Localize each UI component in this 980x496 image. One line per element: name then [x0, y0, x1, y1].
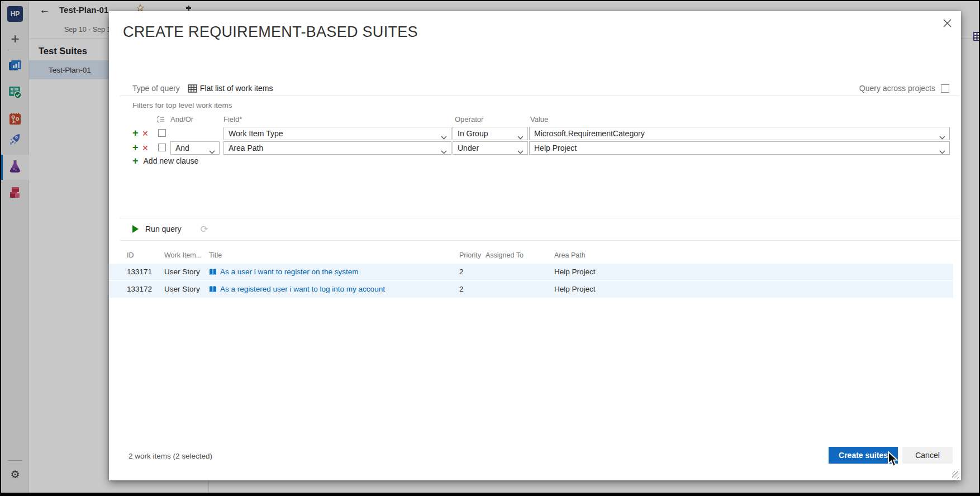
clause-group-icon	[157, 116, 165, 125]
col-operator: Operator	[455, 115, 483, 123]
table-row[interactable]: 133171 User Story As a user i want to re…	[109, 264, 953, 280]
close-icon[interactable]	[940, 16, 954, 30]
mouse-cursor	[886, 451, 901, 470]
insert-clause-icon[interactable]: +	[132, 127, 139, 139]
chevron-down-icon	[939, 132, 945, 141]
operator-value: Under	[458, 144, 479, 152]
col-value: Value	[530, 115, 548, 123]
cell-area-path: Help Project	[554, 285, 596, 293]
col-priority[interactable]: Priority	[459, 251, 481, 259]
run-query-row: Run query ⟳	[132, 222, 208, 236]
value-dropdown[interactable]: Microsoft.RequirementCategory	[529, 127, 950, 140]
value-value: Microsoft.RequirementCategory	[534, 129, 645, 138]
col-area-path[interactable]: Area Path	[554, 251, 586, 259]
query-across-label: Query across projects	[859, 84, 935, 93]
cell-id: 133172	[127, 285, 152, 293]
cell-type: User Story	[164, 285, 200, 293]
chevron-down-icon	[209, 147, 215, 156]
add-clause-label: Add new clause	[144, 156, 199, 165]
insert-clause-icon[interactable]: +	[132, 142, 139, 153]
query-across-projects: Query across projects	[859, 83, 949, 94]
query-across-checkbox[interactable]	[941, 84, 949, 93]
filters-label: Filters for top level work items	[132, 101, 232, 109]
field-value: Work Item Type	[229, 129, 283, 138]
chevron-down-icon	[517, 147, 524, 156]
work-item-link[interactable]: As a registered user i want to log into …	[220, 285, 385, 293]
query-type-row: Type of query Flat list of work items	[132, 83, 273, 94]
separator	[120, 240, 960, 241]
query-type-value[interactable]: Flat list of work items	[200, 84, 273, 93]
cell-id: 133171	[127, 268, 152, 276]
col-field: Field*	[223, 115, 242, 123]
col-andor: And/Or	[170, 115, 193, 123]
refresh-icon[interactable]: ⟳	[201, 223, 208, 235]
chevron-down-icon	[939, 147, 945, 156]
selection-summary: 2 work items (2 selected)	[129, 452, 212, 460]
separator	[120, 218, 960, 218]
user-story-icon	[209, 285, 217, 295]
operator-dropdown[interactable]: In Group	[453, 127, 528, 140]
operator-dropdown[interactable]: Under	[453, 141, 528, 155]
cancel-button[interactable]: Cancel	[902, 447, 953, 464]
flat-list-icon	[188, 84, 197, 93]
dialog-title: CREATE REQUIREMENT-BASED SUITES	[123, 23, 418, 41]
play-icon	[132, 225, 139, 233]
cell-priority: 2	[459, 285, 464, 293]
add-new-clause-button[interactable]: + Add new clause	[132, 155, 198, 166]
col-id[interactable]: ID	[127, 251, 134, 259]
field-dropdown[interactable]: Area Path	[223, 141, 451, 155]
col-work-item-type[interactable]: Work Item...	[164, 251, 202, 259]
work-item-link[interactable]: As a user i want to register on the syst…	[220, 268, 359, 276]
col-assigned-to[interactable]: Assigned To	[486, 251, 524, 259]
query-type-label: Type of query	[132, 84, 180, 93]
screenshot-frame: ← Test-Plan-01 Sep 10 - Sep 17 Test Suit…	[0, 0, 980, 496]
chevron-down-icon	[517, 132, 524, 141]
remove-clause-icon[interactable]: ✕	[142, 128, 149, 139]
clause-checkbox[interactable]	[158, 144, 166, 151]
operator-value: In Group	[458, 129, 488, 138]
chevron-down-icon	[441, 132, 447, 141]
cell-type: User Story	[164, 268, 200, 276]
separator	[120, 96, 960, 96]
user-story-icon	[209, 268, 217, 278]
table-row[interactable]: 133172 User Story As a registered user i…	[109, 281, 953, 298]
col-title[interactable]: Title	[209, 251, 222, 259]
value-value: Help Project	[534, 144, 577, 152]
resize-grip[interactable]	[952, 471, 959, 479]
plus-icon: +	[132, 155, 139, 167]
run-query-button[interactable]: Run query	[145, 225, 182, 233]
value-dropdown[interactable]: Help Project	[529, 141, 950, 155]
remove-clause-icon[interactable]: ✕	[142, 143, 149, 153]
andor-dropdown[interactable]: And	[170, 141, 220, 155]
cell-area-path: Help Project	[554, 268, 596, 276]
chevron-down-icon	[441, 147, 447, 156]
field-dropdown[interactable]: Work Item Type	[223, 127, 451, 140]
cell-priority: 2	[459, 268, 464, 276]
clause-checkbox[interactable]	[158, 129, 166, 137]
edge-grid-icon[interactable]	[973, 32, 980, 43]
andor-value: And	[175, 144, 189, 152]
field-value: Area Path	[229, 144, 263, 152]
create-requirement-suites-dialog: CREATE REQUIREMENT-BASED SUITES Type of …	[109, 11, 961, 480]
